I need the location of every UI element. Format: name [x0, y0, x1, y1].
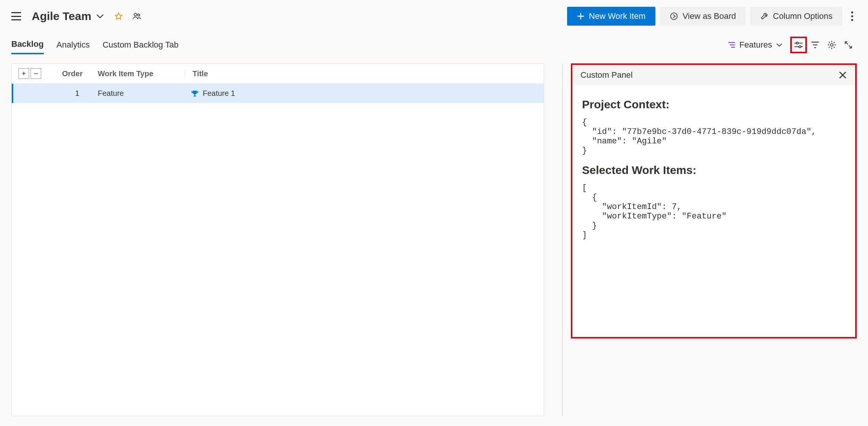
- cell-type: Feature: [98, 89, 185, 98]
- fullscreen-icon[interactable]: [840, 37, 857, 53]
- arrow-circle-icon: [670, 12, 678, 20]
- selected-items-heading: Selected Work Items:: [582, 164, 845, 177]
- plus-icon: [577, 12, 584, 20]
- tab-custom-backlog[interactable]: Custom Backlog Tab: [103, 36, 179, 54]
- svg-point-1: [137, 14, 140, 16]
- close-icon[interactable]: [839, 71, 847, 79]
- view-as-board-button[interactable]: View as Board: [660, 7, 746, 26]
- svg-point-2: [671, 13, 677, 20]
- new-work-item-button[interactable]: New Work Item: [567, 7, 655, 26]
- favorite-star-icon[interactable]: [114, 12, 123, 21]
- selected-items-json: [ { "workItemId": 7, "workItemType": "Fe…: [582, 183, 845, 240]
- wrench-icon: [760, 12, 768, 20]
- svg-point-0: [134, 13, 137, 16]
- side-panel-toggle-icon[interactable]: [790, 37, 807, 53]
- column-options-button[interactable]: Column Options: [750, 7, 842, 26]
- svg-point-8: [830, 43, 833, 46]
- team-chevron-down-icon[interactable]: [96, 12, 104, 20]
- svg-point-4: [851, 15, 853, 17]
- column-options-label: Column Options: [773, 11, 833, 21]
- column-header-type[interactable]: Work Item Type: [98, 69, 185, 78]
- project-context-json: { "id": "77b7e9bc-37d0-4771-839c-919d9dd…: [582, 118, 845, 155]
- svg-point-5: [851, 19, 853, 21]
- expand-all-button[interactable]: +: [19, 68, 29, 79]
- column-header-title[interactable]: Title: [185, 69, 537, 78]
- team-name[interactable]: Agile Team: [32, 10, 91, 23]
- backlog-grid: + − Order Work Item Type Title 1 Feature…: [11, 63, 544, 416]
- svg-point-6: [796, 42, 798, 44]
- tab-backlog[interactable]: Backlog: [11, 35, 44, 54]
- more-actions-icon[interactable]: [851, 11, 854, 21]
- team-members-icon[interactable]: [132, 11, 142, 21]
- table-row[interactable]: 1 Feature Feature 1: [12, 84, 544, 103]
- svg-point-3: [851, 11, 853, 13]
- tab-analytics[interactable]: Analytics: [57, 36, 90, 54]
- settings-gear-icon[interactable]: [823, 37, 840, 53]
- new-work-item-label: New Work Item: [589, 11, 646, 21]
- cell-title: Feature 1: [203, 89, 235, 98]
- hamburger-menu-icon[interactable]: [11, 12, 21, 20]
- grid-header-row: + − Order Work Item Type Title: [12, 64, 544, 84]
- panel-title: Custom Panel: [581, 70, 633, 80]
- custom-panel: Custom Panel Project Context: { "id": "7…: [571, 63, 857, 338]
- chevron-down-icon: [776, 42, 783, 48]
- feature-trophy-icon: [191, 89, 199, 98]
- cell-order: 1: [52, 89, 98, 98]
- level-icon: [728, 41, 735, 49]
- filter-icon[interactable]: [807, 37, 823, 53]
- column-header-order[interactable]: Order: [52, 69, 98, 78]
- view-as-board-label: View as Board: [683, 11, 736, 21]
- backlog-level-picker[interactable]: Features: [728, 40, 783, 50]
- project-context-heading: Project Context:: [582, 98, 845, 111]
- collapse-all-button[interactable]: −: [31, 68, 41, 79]
- level-label: Features: [739, 40, 772, 50]
- svg-point-7: [799, 46, 801, 48]
